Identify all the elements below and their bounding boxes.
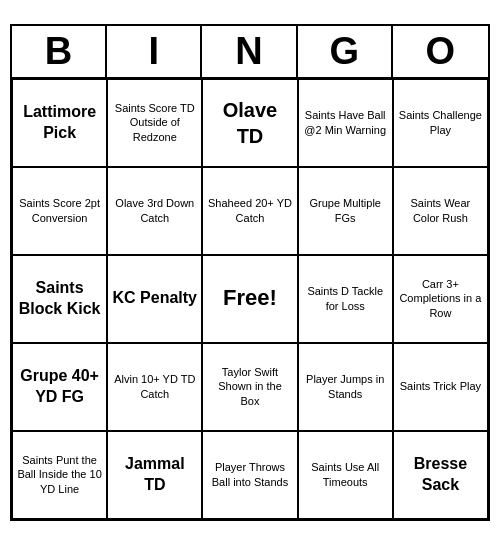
header-letter-o: O	[393, 26, 488, 77]
bingo-cell-17: Taylor Swift Shown in the Box	[202, 343, 297, 431]
bingo-cell-4: Saints Challenge Play	[393, 79, 488, 167]
bingo-cell-11: KC Penalty	[107, 255, 202, 343]
bingo-cell-22: Player Throws Ball into Stands	[202, 431, 297, 519]
bingo-cell-0: Lattimore Pick	[12, 79, 107, 167]
bingo-cell-20: Saints Punt the Ball Inside the 10 YD Li…	[12, 431, 107, 519]
bingo-cell-21: Jammal TD	[107, 431, 202, 519]
bingo-cell-1: Saints Score TD Outside of Redzone	[107, 79, 202, 167]
bingo-cell-5: Saints Score 2pt Conversion	[12, 167, 107, 255]
header-letter-g: G	[298, 26, 393, 77]
header-letter-b: B	[12, 26, 107, 77]
bingo-cell-19: Saints Trick Play	[393, 343, 488, 431]
bingo-cell-13: Saints D Tackle for Loss	[298, 255, 393, 343]
header-letter-i: I	[107, 26, 202, 77]
bingo-cell-23: Saints Use All Timeouts	[298, 431, 393, 519]
bingo-cell-14: Carr 3+ Completions in a Row	[393, 255, 488, 343]
bingo-cell-2: Olave TD	[202, 79, 297, 167]
bingo-cell-9: Saints Wear Color Rush	[393, 167, 488, 255]
bingo-cell-7: Shaheed 20+ YD Catch	[202, 167, 297, 255]
bingo-cell-6: Olave 3rd Down Catch	[107, 167, 202, 255]
bingo-cell-12: Free!	[202, 255, 297, 343]
bingo-cell-15: Grupe 40+ YD FG	[12, 343, 107, 431]
bingo-grid: Lattimore PickSaints Score TD Outside of…	[12, 79, 488, 519]
bingo-cell-16: Alvin 10+ YD TD Catch	[107, 343, 202, 431]
bingo-cell-8: Grupe Multiple FGs	[298, 167, 393, 255]
bingo-card: BINGO Lattimore PickSaints Score TD Outs…	[10, 24, 490, 521]
bingo-cell-18: Player Jumps in Stands	[298, 343, 393, 431]
bingo-header: BINGO	[12, 26, 488, 79]
bingo-cell-10: Saints Block Kick	[12, 255, 107, 343]
bingo-cell-24: Bresse Sack	[393, 431, 488, 519]
header-letter-n: N	[202, 26, 297, 77]
bingo-cell-3: Saints Have Ball @2 Min Warning	[298, 79, 393, 167]
